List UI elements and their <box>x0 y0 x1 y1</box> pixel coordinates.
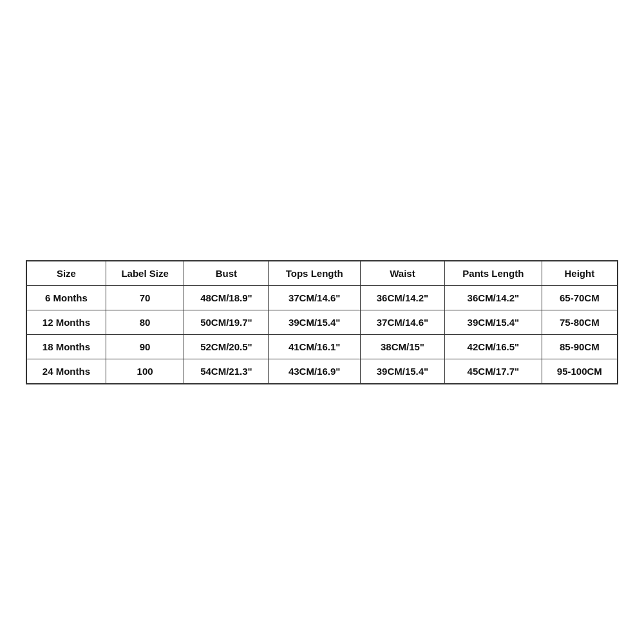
cell-height: 65-70CM <box>542 285 618 310</box>
col-header-height: Height <box>542 261 618 286</box>
table-header-row: Size Label Size Bust Tops Length Waist P… <box>26 261 618 286</box>
size-chart-container: Size Label Size Bust Tops Length Waist P… <box>26 260 618 384</box>
col-header-waist: Waist <box>360 261 444 286</box>
col-header-label-size: Label Size <box>106 261 184 286</box>
table-row: 24 Months10054CM/21.3"43CM/16.9"39CM/15.… <box>26 359 618 384</box>
col-header-tops-length: Tops Length <box>269 261 360 286</box>
cell-size: 12 Months <box>26 310 106 334</box>
cell-pants-length: 45CM/17.7" <box>445 359 542 384</box>
cell-tops-length: 37CM/14.6" <box>269 285 360 310</box>
cell-waist: 38CM/15" <box>360 334 444 359</box>
cell-tops-length: 41CM/16.1" <box>269 334 360 359</box>
table-row: 18 Months9052CM/20.5"41CM/16.1"38CM/15"4… <box>26 334 618 359</box>
cell-height: 75-80CM <box>542 310 618 334</box>
cell-bust: 52CM/20.5" <box>184 334 269 359</box>
cell-pants-length: 36CM/14.2" <box>445 285 542 310</box>
cell-bust: 54CM/21.3" <box>184 359 269 384</box>
cell-pants-length: 42CM/16.5" <box>445 334 542 359</box>
cell-size: 6 Months <box>26 285 106 310</box>
cell-pants-length: 39CM/15.4" <box>445 310 542 334</box>
col-header-size: Size <box>26 261 106 286</box>
table-row: 6 Months7048CM/18.9"37CM/14.6"36CM/14.2"… <box>26 285 618 310</box>
cell-bust: 50CM/19.7" <box>184 310 269 334</box>
cell-bust: 48CM/18.9" <box>184 285 269 310</box>
cell-size: 18 Months <box>26 334 106 359</box>
cell-tops-length: 39CM/15.4" <box>269 310 360 334</box>
cell-label-size: 80 <box>106 310 184 334</box>
cell-height: 85-90CM <box>542 334 618 359</box>
cell-label-size: 100 <box>106 359 184 384</box>
cell-waist: 37CM/14.6" <box>360 310 444 334</box>
cell-label-size: 70 <box>106 285 184 310</box>
col-header-bust: Bust <box>184 261 269 286</box>
cell-label-size: 90 <box>106 334 184 359</box>
cell-waist: 39CM/15.4" <box>360 359 444 384</box>
cell-size: 24 Months <box>26 359 106 384</box>
cell-waist: 36CM/14.2" <box>360 285 444 310</box>
table-row: 12 Months8050CM/19.7"39CM/15.4"37CM/14.6… <box>26 310 618 334</box>
col-header-pants-length: Pants Length <box>445 261 542 286</box>
cell-tops-length: 43CM/16.9" <box>269 359 360 384</box>
size-chart-table: Size Label Size Bust Tops Length Waist P… <box>26 260 618 384</box>
cell-height: 95-100CM <box>542 359 618 384</box>
